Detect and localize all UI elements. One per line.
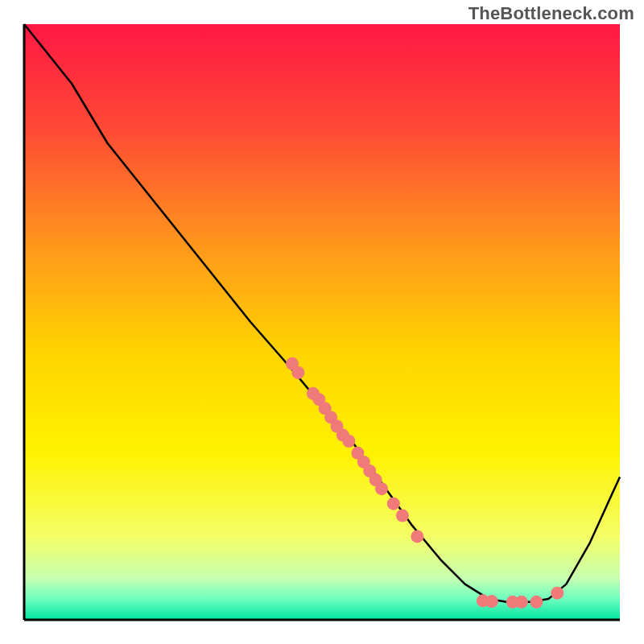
data-point	[291, 366, 304, 379]
plot-background	[24, 24, 620, 620]
chart-container: TheBottleneck.com	[0, 0, 644, 644]
data-point	[530, 596, 543, 609]
watermark: TheBottleneck.com	[469, 3, 634, 24]
data-point	[551, 587, 564, 600]
data-point	[411, 530, 423, 543]
data-point	[485, 595, 498, 608]
bottleneck-chart	[0, 0, 644, 644]
data-point	[515, 596, 528, 609]
data-point	[387, 497, 400, 510]
data-point	[342, 435, 355, 448]
data-point	[396, 510, 409, 522]
data-point	[375, 482, 388, 495]
